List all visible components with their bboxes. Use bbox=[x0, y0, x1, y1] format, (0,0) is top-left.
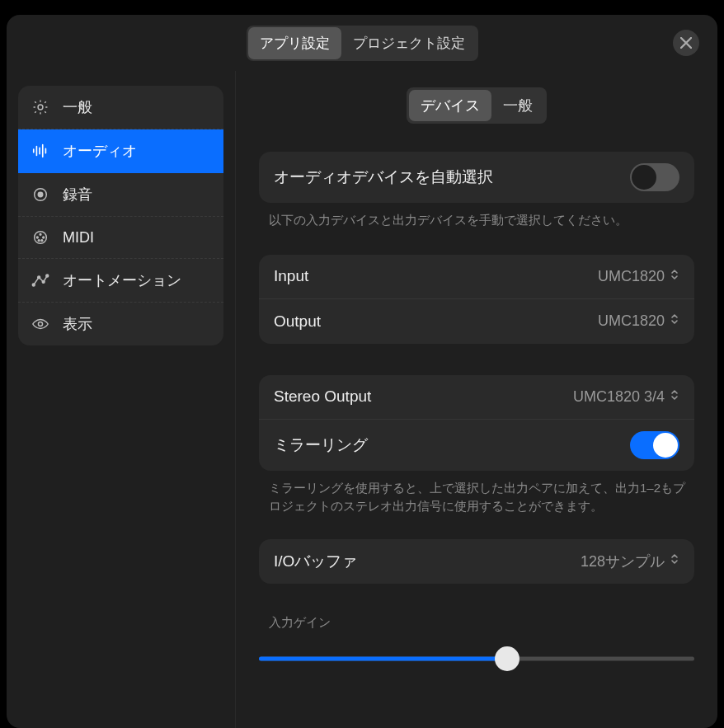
output-row[interactable]: Output UMC1820 bbox=[259, 299, 694, 344]
io-card: Input UMC1820 Output UMC1820 bbox=[259, 255, 694, 344]
sub-tab-bar: デバイス 一般 bbox=[259, 87, 694, 124]
record-icon bbox=[31, 186, 49, 204]
stereo-card: Stereo Output UMC1820 3/4 ミラーリング bbox=[259, 375, 694, 471]
output-value: UMC1820 bbox=[598, 312, 679, 330]
sub-tab-general[interactable]: 一般 bbox=[491, 90, 544, 121]
input-value: UMC1820 bbox=[598, 268, 679, 285]
header-tab-group: アプリ設定 プロジェクト設定 bbox=[247, 26, 478, 61]
mirroring-help: ミラーリングを使用すると、上で選択した出力ペアに加えて、出力1–2もプロジェクト… bbox=[259, 479, 694, 516]
mirroring-toggle[interactable] bbox=[630, 431, 679, 459]
stereo-output-value-text: UMC1820 3/4 bbox=[573, 388, 665, 406]
buffer-value: 128サンプル bbox=[581, 552, 679, 571]
sidebar-item-display[interactable]: 表示 bbox=[18, 303, 223, 345]
auto-select-help: 以下の入力デバイスと出力デバイスを手動で選択してください。 bbox=[259, 211, 694, 230]
eye-icon bbox=[31, 315, 49, 333]
close-icon bbox=[680, 37, 692, 49]
svg-point-9 bbox=[32, 284, 35, 286]
output-value-text: UMC1820 bbox=[598, 312, 665, 330]
svg-point-6 bbox=[40, 233, 41, 235]
automation-icon bbox=[31, 271, 49, 289]
svg-point-12 bbox=[46, 275, 49, 277]
chevron-updown-icon bbox=[670, 552, 679, 570]
mirroring-label: ミラーリング bbox=[274, 434, 368, 456]
buffer-card: I/Oバッファ 128サンプル bbox=[259, 539, 694, 584]
midi-icon bbox=[31, 228, 49, 247]
svg-point-2 bbox=[38, 192, 43, 197]
buffer-value-text: 128サンプル bbox=[581, 552, 665, 571]
auto-select-label: オーディオデバイスを自動選択 bbox=[274, 167, 493, 188]
sub-tab-group: デバイス 一般 bbox=[407, 87, 547, 124]
input-label: Input bbox=[274, 267, 308, 285]
svg-point-7 bbox=[38, 240, 40, 242]
stereo-output-value: UMC1820 3/4 bbox=[573, 388, 679, 406]
auto-select-row: オーディオデバイスを自動選択 bbox=[259, 152, 694, 203]
modal-body: 一般 オーディオ 録音 bbox=[7, 71, 717, 728]
svg-point-10 bbox=[38, 276, 40, 279]
content-area: デバイス 一般 オーディオデバイスを自動選択 以下の入力デバイスと出力デバイスを… bbox=[236, 71, 717, 728]
svg-point-0 bbox=[38, 105, 43, 110]
close-button[interactable] bbox=[673, 30, 699, 56]
svg-point-5 bbox=[43, 237, 45, 238]
sidebar-item-audio[interactable]: オーディオ bbox=[18, 129, 223, 173]
gain-label: 入力ゲイン bbox=[259, 615, 694, 631]
sub-tab-device[interactable]: デバイス bbox=[409, 90, 491, 121]
gain-slider[interactable] bbox=[259, 642, 694, 675]
tab-app-settings[interactable]: アプリ設定 bbox=[248, 27, 341, 59]
svg-point-13 bbox=[38, 322, 42, 326]
buffer-row[interactable]: I/Oバッファ 128サンプル bbox=[259, 539, 694, 584]
sidebar-item-label: オートメーション bbox=[63, 270, 181, 290]
sidebar-item-label: オーディオ bbox=[63, 141, 137, 161]
chevron-updown-icon bbox=[670, 388, 679, 406]
sidebar: 一般 オーディオ 録音 bbox=[7, 71, 236, 728]
auto-select-toggle[interactable] bbox=[630, 163, 679, 191]
sidebar-list: 一般 オーディオ 録音 bbox=[18, 86, 223, 345]
toggle-knob bbox=[653, 433, 678, 458]
modal-header: アプリ設定 プロジェクト設定 bbox=[7, 15, 717, 71]
toggle-knob bbox=[632, 165, 656, 190]
output-label: Output bbox=[274, 312, 321, 331]
svg-point-4 bbox=[36, 237, 38, 238]
svg-point-11 bbox=[42, 280, 45, 283]
sidebar-item-record[interactable]: 録音 bbox=[18, 173, 223, 217]
slider-thumb[interactable] bbox=[495, 646, 519, 671]
sidebar-item-label: MIDI bbox=[63, 229, 94, 247]
chevron-updown-icon bbox=[670, 268, 679, 285]
input-row[interactable]: Input UMC1820 bbox=[259, 255, 694, 299]
stereo-output-label: Stereo Output bbox=[274, 387, 371, 406]
buffer-label: I/Oバッファ bbox=[274, 551, 357, 572]
gear-icon bbox=[31, 98, 49, 116]
sidebar-item-general[interactable]: 一般 bbox=[18, 86, 223, 129]
tab-project-settings[interactable]: プロジェクト設定 bbox=[341, 27, 477, 59]
auto-select-card: オーディオデバイスを自動選択 bbox=[259, 152, 694, 203]
waveform-icon bbox=[31, 142, 49, 160]
stereo-output-row[interactable]: Stereo Output UMC1820 3/4 bbox=[259, 375, 694, 420]
sidebar-item-label: 一般 bbox=[63, 97, 92, 117]
slider-fill bbox=[259, 656, 507, 660]
sidebar-item-label: 録音 bbox=[63, 185, 92, 204]
sidebar-item-label: 表示 bbox=[63, 314, 92, 334]
settings-modal: アプリ設定 プロジェクト設定 一般 オーディオ bbox=[7, 15, 717, 728]
svg-point-8 bbox=[41, 240, 43, 242]
sidebar-item-midi[interactable]: MIDI bbox=[18, 217, 223, 259]
chevron-updown-icon bbox=[670, 312, 679, 330]
mirroring-row: ミラーリング bbox=[259, 420, 694, 471]
sidebar-item-automation[interactable]: オートメーション bbox=[18, 259, 223, 303]
input-value-text: UMC1820 bbox=[598, 268, 665, 285]
